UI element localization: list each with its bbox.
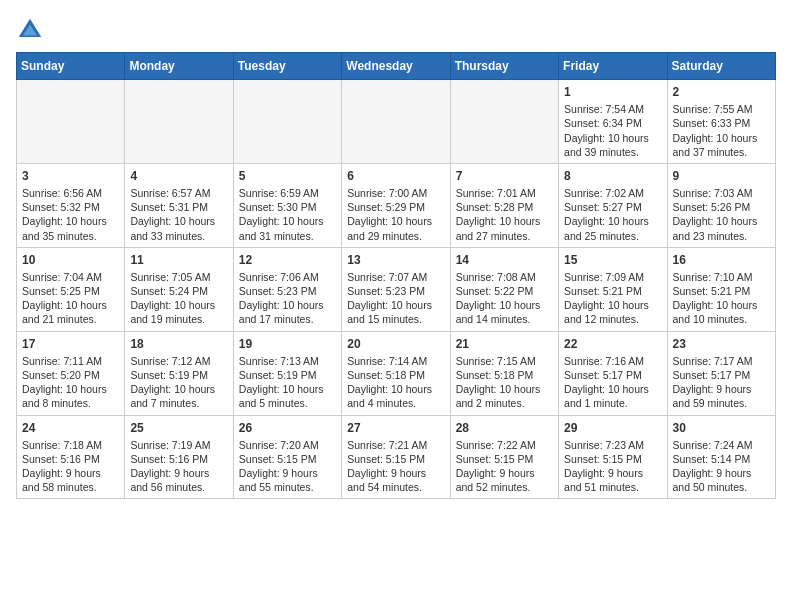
day-number: 1 (564, 84, 661, 100)
weekday-header-thursday: Thursday (450, 53, 558, 80)
weekday-header-monday: Monday (125, 53, 233, 80)
calendar-cell: 17Sunrise: 7:11 AM Sunset: 5:20 PM Dayli… (17, 331, 125, 415)
calendar-cell (450, 80, 558, 164)
day-info: Sunrise: 7:54 AM Sunset: 6:34 PM Dayligh… (564, 102, 661, 159)
calendar-cell: 24Sunrise: 7:18 AM Sunset: 5:16 PM Dayli… (17, 415, 125, 499)
calendar-cell: 4Sunrise: 6:57 AM Sunset: 5:31 PM Daylig… (125, 163, 233, 247)
day-number: 19 (239, 336, 336, 352)
calendar-cell: 22Sunrise: 7:16 AM Sunset: 5:17 PM Dayli… (559, 331, 667, 415)
day-number: 25 (130, 420, 227, 436)
day-info: Sunrise: 7:13 AM Sunset: 5:19 PM Dayligh… (239, 354, 336, 411)
day-number: 15 (564, 252, 661, 268)
weekday-header-friday: Friday (559, 53, 667, 80)
calendar-cell: 3Sunrise: 6:56 AM Sunset: 5:32 PM Daylig… (17, 163, 125, 247)
week-row-1: 1Sunrise: 7:54 AM Sunset: 6:34 PM Daylig… (17, 80, 776, 164)
calendar-cell: 21Sunrise: 7:15 AM Sunset: 5:18 PM Dayli… (450, 331, 558, 415)
day-number: 7 (456, 168, 553, 184)
day-number: 28 (456, 420, 553, 436)
day-info: Sunrise: 7:00 AM Sunset: 5:29 PM Dayligh… (347, 186, 444, 243)
day-number: 4 (130, 168, 227, 184)
page-header (16, 16, 776, 44)
day-info: Sunrise: 7:10 AM Sunset: 5:21 PM Dayligh… (673, 270, 770, 327)
day-number: 21 (456, 336, 553, 352)
calendar-cell: 23Sunrise: 7:17 AM Sunset: 5:17 PM Dayli… (667, 331, 775, 415)
calendar-cell: 13Sunrise: 7:07 AM Sunset: 5:23 PM Dayli… (342, 247, 450, 331)
weekday-header-saturday: Saturday (667, 53, 775, 80)
day-number: 5 (239, 168, 336, 184)
calendar-cell: 10Sunrise: 7:04 AM Sunset: 5:25 PM Dayli… (17, 247, 125, 331)
day-info: Sunrise: 7:12 AM Sunset: 5:19 PM Dayligh… (130, 354, 227, 411)
calendar-cell: 26Sunrise: 7:20 AM Sunset: 5:15 PM Dayli… (233, 415, 341, 499)
calendar-cell: 16Sunrise: 7:10 AM Sunset: 5:21 PM Dayli… (667, 247, 775, 331)
day-number: 30 (673, 420, 770, 436)
calendar-table: SundayMondayTuesdayWednesdayThursdayFrid… (16, 52, 776, 499)
calendar-cell (342, 80, 450, 164)
day-info: Sunrise: 7:20 AM Sunset: 5:15 PM Dayligh… (239, 438, 336, 495)
day-number: 22 (564, 336, 661, 352)
calendar-cell (233, 80, 341, 164)
day-number: 16 (673, 252, 770, 268)
calendar-cell (125, 80, 233, 164)
calendar-cell: 5Sunrise: 6:59 AM Sunset: 5:30 PM Daylig… (233, 163, 341, 247)
day-info: Sunrise: 7:18 AM Sunset: 5:16 PM Dayligh… (22, 438, 119, 495)
day-info: Sunrise: 6:56 AM Sunset: 5:32 PM Dayligh… (22, 186, 119, 243)
day-info: Sunrise: 6:57 AM Sunset: 5:31 PM Dayligh… (130, 186, 227, 243)
logo (16, 16, 48, 44)
day-number: 3 (22, 168, 119, 184)
day-info: Sunrise: 7:08 AM Sunset: 5:22 PM Dayligh… (456, 270, 553, 327)
day-number: 20 (347, 336, 444, 352)
day-info: Sunrise: 7:06 AM Sunset: 5:23 PM Dayligh… (239, 270, 336, 327)
day-info: Sunrise: 7:22 AM Sunset: 5:15 PM Dayligh… (456, 438, 553, 495)
weekday-header-tuesday: Tuesday (233, 53, 341, 80)
day-info: Sunrise: 7:02 AM Sunset: 5:27 PM Dayligh… (564, 186, 661, 243)
day-info: Sunrise: 7:16 AM Sunset: 5:17 PM Dayligh… (564, 354, 661, 411)
calendar-cell: 28Sunrise: 7:22 AM Sunset: 5:15 PM Dayli… (450, 415, 558, 499)
day-number: 12 (239, 252, 336, 268)
calendar-cell: 12Sunrise: 7:06 AM Sunset: 5:23 PM Dayli… (233, 247, 341, 331)
calendar-cell: 7Sunrise: 7:01 AM Sunset: 5:28 PM Daylig… (450, 163, 558, 247)
calendar-cell: 9Sunrise: 7:03 AM Sunset: 5:26 PM Daylig… (667, 163, 775, 247)
calendar-cell: 15Sunrise: 7:09 AM Sunset: 5:21 PM Dayli… (559, 247, 667, 331)
calendar-cell: 6Sunrise: 7:00 AM Sunset: 5:29 PM Daylig… (342, 163, 450, 247)
day-info: Sunrise: 7:11 AM Sunset: 5:20 PM Dayligh… (22, 354, 119, 411)
logo-icon (16, 16, 44, 44)
day-number: 13 (347, 252, 444, 268)
day-info: Sunrise: 7:14 AM Sunset: 5:18 PM Dayligh… (347, 354, 444, 411)
calendar-cell: 14Sunrise: 7:08 AM Sunset: 5:22 PM Dayli… (450, 247, 558, 331)
day-info: Sunrise: 7:19 AM Sunset: 5:16 PM Dayligh… (130, 438, 227, 495)
day-number: 2 (673, 84, 770, 100)
day-number: 10 (22, 252, 119, 268)
calendar-cell: 1Sunrise: 7:54 AM Sunset: 6:34 PM Daylig… (559, 80, 667, 164)
week-row-3: 10Sunrise: 7:04 AM Sunset: 5:25 PM Dayli… (17, 247, 776, 331)
calendar-cell: 25Sunrise: 7:19 AM Sunset: 5:16 PM Dayli… (125, 415, 233, 499)
day-number: 24 (22, 420, 119, 436)
weekday-header-wednesday: Wednesday (342, 53, 450, 80)
day-number: 26 (239, 420, 336, 436)
day-info: Sunrise: 7:01 AM Sunset: 5:28 PM Dayligh… (456, 186, 553, 243)
calendar-cell: 29Sunrise: 7:23 AM Sunset: 5:15 PM Dayli… (559, 415, 667, 499)
day-number: 17 (22, 336, 119, 352)
day-info: Sunrise: 7:21 AM Sunset: 5:15 PM Dayligh… (347, 438, 444, 495)
day-number: 29 (564, 420, 661, 436)
day-info: Sunrise: 7:24 AM Sunset: 5:14 PM Dayligh… (673, 438, 770, 495)
day-info: Sunrise: 7:17 AM Sunset: 5:17 PM Dayligh… (673, 354, 770, 411)
day-number: 14 (456, 252, 553, 268)
day-number: 11 (130, 252, 227, 268)
week-row-5: 24Sunrise: 7:18 AM Sunset: 5:16 PM Dayli… (17, 415, 776, 499)
calendar-cell: 27Sunrise: 7:21 AM Sunset: 5:15 PM Dayli… (342, 415, 450, 499)
weekday-header-sunday: Sunday (17, 53, 125, 80)
calendar-cell (17, 80, 125, 164)
day-number: 18 (130, 336, 227, 352)
day-number: 27 (347, 420, 444, 436)
day-number: 8 (564, 168, 661, 184)
calendar-cell: 18Sunrise: 7:12 AM Sunset: 5:19 PM Dayli… (125, 331, 233, 415)
day-number: 6 (347, 168, 444, 184)
calendar-cell: 2Sunrise: 7:55 AM Sunset: 6:33 PM Daylig… (667, 80, 775, 164)
day-number: 23 (673, 336, 770, 352)
weekday-header-row: SundayMondayTuesdayWednesdayThursdayFrid… (17, 53, 776, 80)
day-info: Sunrise: 7:23 AM Sunset: 5:15 PM Dayligh… (564, 438, 661, 495)
calendar-cell: 20Sunrise: 7:14 AM Sunset: 5:18 PM Dayli… (342, 331, 450, 415)
calendar-cell: 19Sunrise: 7:13 AM Sunset: 5:19 PM Dayli… (233, 331, 341, 415)
week-row-4: 17Sunrise: 7:11 AM Sunset: 5:20 PM Dayli… (17, 331, 776, 415)
day-number: 9 (673, 168, 770, 184)
